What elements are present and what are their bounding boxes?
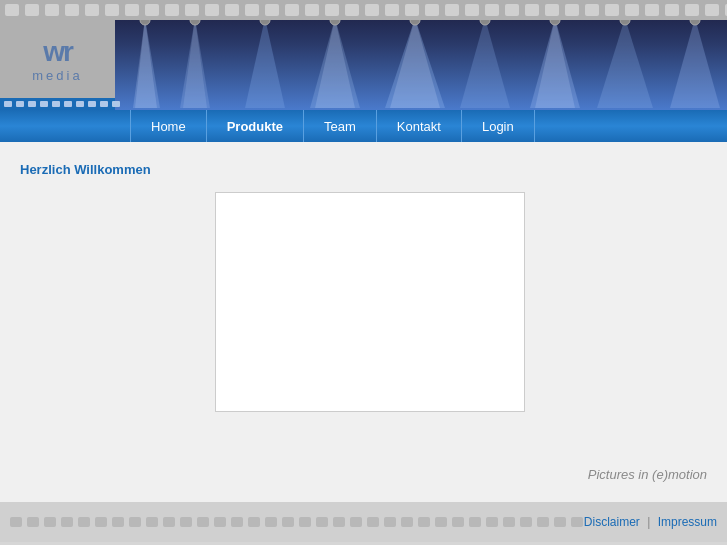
- impressum-link[interactable]: Impressum: [658, 515, 717, 529]
- svg-marker-3: [183, 18, 207, 108]
- film-hole-blue: [16, 101, 24, 107]
- footer-film-hole: [248, 517, 260, 527]
- footer-film-hole: [10, 517, 22, 527]
- footer-film-hole: [44, 517, 56, 527]
- film-hole-blue: [100, 101, 108, 107]
- film-hole: [545, 4, 559, 16]
- footer-film-hole: [214, 517, 226, 527]
- nav-home[interactable]: Home: [130, 110, 207, 142]
- footer-film-hole: [384, 517, 396, 527]
- svg-marker-12: [597, 18, 653, 108]
- footer-film-hole: [231, 517, 243, 527]
- svg-marker-6: [315, 18, 355, 108]
- film-hole: [445, 4, 459, 16]
- footer-film-hole: [503, 517, 515, 527]
- nav-login[interactable]: Login: [462, 110, 535, 142]
- nav-kontakt[interactable]: Kontakt: [377, 110, 462, 142]
- film-hole: [425, 4, 439, 16]
- film-hole: [305, 4, 319, 16]
- film-hole: [185, 4, 199, 16]
- footer-film-hole: [554, 517, 566, 527]
- nav-produkte[interactable]: Produkte: [207, 110, 304, 142]
- film-hole: [365, 4, 379, 16]
- footer-film-hole: [180, 517, 192, 527]
- film-hole-blue: [112, 101, 120, 107]
- film-hole: [605, 4, 619, 16]
- film-hole: [165, 4, 179, 16]
- film-hole: [45, 4, 59, 16]
- footer-film-hole: [27, 517, 39, 527]
- film-hole: [525, 4, 539, 16]
- svg-marker-9: [460, 18, 510, 108]
- footer-film-hole: [571, 517, 583, 527]
- film-hole: [125, 4, 139, 16]
- footer-film-hole: [316, 517, 328, 527]
- footer-film-hole: [112, 517, 124, 527]
- film-hole: [485, 4, 499, 16]
- film-hole: [585, 4, 599, 16]
- footer-film-hole: [469, 517, 481, 527]
- film-hole-blue: [88, 101, 96, 107]
- film-hole: [505, 4, 519, 16]
- footer-film-hole: [265, 517, 277, 527]
- disclaimer-link[interactable]: Disclaimer: [584, 515, 640, 529]
- film-hole: [325, 4, 339, 16]
- film-hole: [205, 4, 219, 16]
- tagline: Pictures in (e)motion: [588, 467, 707, 482]
- footer-divider: |: [647, 515, 650, 529]
- film-hole-blue: [76, 101, 84, 107]
- film-hole: [685, 4, 699, 16]
- film-hole: [225, 4, 239, 16]
- main-image: [215, 192, 525, 412]
- header: wr media: [0, 0, 727, 110]
- film-hole: [5, 4, 19, 16]
- footer-film-hole: [333, 517, 345, 527]
- svg-marker-1: [133, 18, 157, 108]
- svg-marker-11: [535, 18, 575, 108]
- svg-marker-13: [670, 18, 720, 108]
- footer-film-hole: [486, 517, 498, 527]
- footer-film-hole: [350, 517, 362, 527]
- footer-film-hole: [129, 517, 141, 527]
- film-hole: [625, 4, 639, 16]
- film-hole: [665, 4, 679, 16]
- logo-media: media: [32, 68, 82, 83]
- film-hole: [385, 4, 399, 16]
- footer-film-hole: [78, 517, 90, 527]
- footer-film-hole: [163, 517, 175, 527]
- footer-film-hole: [435, 517, 447, 527]
- film-hole: [345, 4, 359, 16]
- footer-film-hole: [299, 517, 311, 527]
- footer-links: Disclaimer | Impressum: [584, 515, 717, 529]
- film-hole: [245, 4, 259, 16]
- footer-film-hole: [146, 517, 158, 527]
- nav-team[interactable]: Team: [304, 110, 377, 142]
- logo-letters: wr: [43, 38, 72, 66]
- film-hole-blue: [28, 101, 36, 107]
- footer: Disclaimer | Impressum: [0, 502, 727, 542]
- film-hole: [645, 4, 659, 16]
- footer-film-hole: [61, 517, 73, 527]
- filmstrip-logo-bottom: [0, 98, 115, 110]
- footer-film-hole: [537, 517, 549, 527]
- welcome-heading: Herzlich Willkommen: [20, 162, 707, 177]
- navbar: Home Produkte Team Kontakt Login: [0, 110, 727, 142]
- footer-film-hole: [418, 517, 430, 527]
- footer-film-hole: [367, 517, 379, 527]
- film-hole-blue: [4, 101, 12, 107]
- film-hole: [105, 4, 119, 16]
- film-hole: [565, 4, 579, 16]
- footer-film-hole: [401, 517, 413, 527]
- svg-marker-4: [245, 18, 285, 108]
- film-hole: [405, 4, 419, 16]
- film-hole-blue: [52, 101, 60, 107]
- footer-film-hole: [197, 517, 209, 527]
- footer-film-hole: [282, 517, 294, 527]
- film-hole-blue: [40, 101, 48, 107]
- svg-marker-8: [390, 18, 440, 108]
- footer-film-hole: [452, 517, 464, 527]
- film-hole: [145, 4, 159, 16]
- film-hole: [85, 4, 99, 16]
- film-hole: [285, 4, 299, 16]
- footer-film-hole: [520, 517, 532, 527]
